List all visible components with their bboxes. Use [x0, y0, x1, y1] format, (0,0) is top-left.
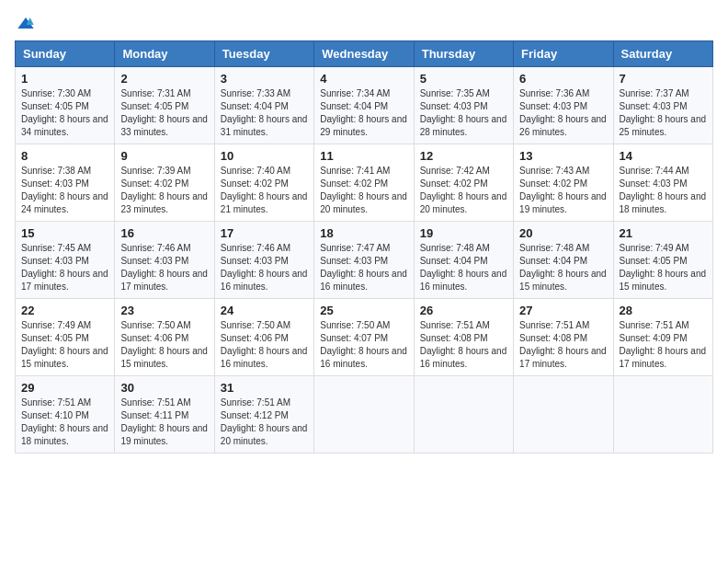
day-info: Sunrise: 7:51 AM Sunset: 4:08 PM Dayligh…: [420, 319, 507, 371]
weekday-header-thursday: Thursday: [414, 41, 513, 67]
weekday-header-wednesday: Wednesday: [314, 41, 414, 67]
day-info: Sunrise: 7:41 AM Sunset: 4:02 PM Dayligh…: [320, 165, 407, 216]
page-header: [15, 15, 713, 33]
day-info: Sunrise: 7:51 AM Sunset: 4:11 PM Dayligh…: [120, 396, 208, 448]
day-number: 13: [519, 149, 607, 163]
day-number: 7: [620, 72, 707, 86]
day-info: Sunrise: 7:49 AM Sunset: 4:05 PM Dayligh…: [21, 319, 108, 371]
calendar-cell: 24 Sunrise: 7:50 AM Sunset: 4:06 PM Dayl…: [214, 299, 313, 376]
day-number: 31: [221, 381, 308, 395]
calendar-cell: [314, 376, 414, 454]
calendar-cell: [613, 376, 712, 454]
day-info: Sunrise: 7:49 AM Sunset: 4:05 PM Dayligh…: [620, 242, 707, 293]
calendar-table: SundayMondayTuesdayWednesdayThursdayFrid…: [15, 40, 713, 454]
day-number: 2: [120, 72, 208, 86]
day-number: 18: [320, 226, 407, 240]
day-number: 1: [21, 72, 108, 86]
day-info: Sunrise: 7:35 AM Sunset: 4:03 PM Dayligh…: [420, 87, 507, 139]
calendar-cell: 19 Sunrise: 7:48 AM Sunset: 4:04 PM Dayl…: [414, 222, 513, 299]
calendar-cell: 18 Sunrise: 7:47 AM Sunset: 4:03 PM Dayl…: [314, 222, 414, 299]
calendar-cell: [414, 376, 513, 454]
day-number: 25: [320, 304, 407, 317]
day-number: 16: [120, 226, 208, 240]
calendar-cell: 5 Sunrise: 7:35 AM Sunset: 4:03 PM Dayli…: [414, 67, 513, 144]
calendar-cell: 1 Sunrise: 7:30 AM Sunset: 4:05 PM Dayli…: [16, 67, 115, 144]
calendar-cell: 12 Sunrise: 7:42 AM Sunset: 4:02 PM Dayl…: [414, 144, 513, 222]
calendar-cell: 3 Sunrise: 7:33 AM Sunset: 4:04 PM Dayli…: [214, 67, 313, 144]
day-info: Sunrise: 7:34 AM Sunset: 4:04 PM Dayligh…: [320, 87, 407, 139]
day-number: 6: [519, 72, 607, 86]
calendar-cell: 25 Sunrise: 7:50 AM Sunset: 4:07 PM Dayl…: [314, 299, 414, 376]
day-info: Sunrise: 7:42 AM Sunset: 4:02 PM Dayligh…: [420, 165, 507, 216]
calendar-cell: 9 Sunrise: 7:39 AM Sunset: 4:02 PM Dayli…: [115, 144, 214, 222]
calendar-cell: 2 Sunrise: 7:31 AM Sunset: 4:05 PM Dayli…: [115, 67, 214, 144]
day-info: Sunrise: 7:51 AM Sunset: 4:12 PM Dayligh…: [221, 396, 308, 448]
day-info: Sunrise: 7:50 AM Sunset: 4:06 PM Dayligh…: [120, 319, 208, 371]
day-number: 11: [320, 149, 407, 163]
day-info: Sunrise: 7:37 AM Sunset: 4:03 PM Dayligh…: [620, 87, 707, 139]
day-info: Sunrise: 7:46 AM Sunset: 4:03 PM Dayligh…: [221, 242, 308, 293]
day-number: 29: [21, 381, 108, 395]
day-number: 22: [21, 304, 108, 317]
day-info: Sunrise: 7:50 AM Sunset: 4:06 PM Dayligh…: [221, 319, 308, 371]
calendar-cell: 17 Sunrise: 7:46 AM Sunset: 4:03 PM Dayl…: [214, 222, 313, 299]
weekday-header-sunday: Sunday: [16, 41, 115, 67]
logo: [15, 15, 35, 33]
day-number: 15: [21, 226, 108, 240]
day-info: Sunrise: 7:36 AM Sunset: 4:03 PM Dayligh…: [519, 87, 607, 139]
calendar-week-row: 15 Sunrise: 7:45 AM Sunset: 4:03 PM Dayl…: [16, 222, 713, 299]
day-info: Sunrise: 7:30 AM Sunset: 4:05 PM Dayligh…: [21, 87, 108, 139]
day-number: 10: [221, 149, 308, 163]
day-info: Sunrise: 7:48 AM Sunset: 4:04 PM Dayligh…: [420, 242, 507, 293]
weekday-header-tuesday: Tuesday: [214, 41, 313, 67]
calendar-week-row: 1 Sunrise: 7:30 AM Sunset: 4:05 PM Dayli…: [16, 67, 713, 144]
day-info: Sunrise: 7:39 AM Sunset: 4:02 PM Dayligh…: [120, 165, 208, 216]
day-number: 12: [420, 149, 507, 163]
calendar-cell: 11 Sunrise: 7:41 AM Sunset: 4:02 PM Dayl…: [314, 144, 414, 222]
calendar-cell: 6 Sunrise: 7:36 AM Sunset: 4:03 PM Dayli…: [514, 67, 613, 144]
day-number: 5: [420, 72, 507, 86]
calendar-cell: 8 Sunrise: 7:38 AM Sunset: 4:03 PM Dayli…: [16, 144, 115, 222]
calendar-cell: 7 Sunrise: 7:37 AM Sunset: 4:03 PM Dayli…: [613, 67, 712, 144]
day-number: 4: [320, 72, 407, 86]
calendar-week-row: 8 Sunrise: 7:38 AM Sunset: 4:03 PM Dayli…: [16, 144, 713, 222]
day-number: 28: [620, 304, 707, 317]
day-info: Sunrise: 7:47 AM Sunset: 4:03 PM Dayligh…: [320, 242, 407, 293]
weekday-header-monday: Monday: [115, 41, 214, 67]
day-info: Sunrise: 7:48 AM Sunset: 4:04 PM Dayligh…: [519, 242, 607, 293]
weekday-header-friday: Friday: [514, 41, 613, 67]
day-number: 17: [221, 226, 308, 240]
calendar-cell: 10 Sunrise: 7:40 AM Sunset: 4:02 PM Dayl…: [214, 144, 313, 222]
calendar-cell: 20 Sunrise: 7:48 AM Sunset: 4:04 PM Dayl…: [514, 222, 613, 299]
day-number: 14: [620, 149, 707, 163]
day-info: Sunrise: 7:51 AM Sunset: 4:10 PM Dayligh…: [21, 396, 108, 448]
calendar-cell: 21 Sunrise: 7:49 AM Sunset: 4:05 PM Dayl…: [613, 222, 712, 299]
calendar-cell: 13 Sunrise: 7:43 AM Sunset: 4:02 PM Dayl…: [514, 144, 613, 222]
day-info: Sunrise: 7:40 AM Sunset: 4:02 PM Dayligh…: [221, 165, 308, 216]
calendar-week-row: 29 Sunrise: 7:51 AM Sunset: 4:10 PM Dayl…: [16, 376, 713, 454]
calendar-week-row: 22 Sunrise: 7:49 AM Sunset: 4:05 PM Dayl…: [16, 299, 713, 376]
calendar-cell: 14 Sunrise: 7:44 AM Sunset: 4:03 PM Dayl…: [613, 144, 712, 222]
day-number: 24: [221, 304, 308, 317]
day-info: Sunrise: 7:33 AM Sunset: 4:04 PM Dayligh…: [221, 87, 308, 139]
weekday-header-saturday: Saturday: [613, 41, 712, 67]
day-info: Sunrise: 7:46 AM Sunset: 4:03 PM Dayligh…: [120, 242, 208, 293]
day-info: Sunrise: 7:51 AM Sunset: 4:08 PM Dayligh…: [519, 319, 607, 371]
day-info: Sunrise: 7:44 AM Sunset: 4:03 PM Dayligh…: [620, 165, 707, 216]
day-info: Sunrise: 7:51 AM Sunset: 4:09 PM Dayligh…: [620, 319, 707, 371]
calendar-header-row: SundayMondayTuesdayWednesdayThursdayFrid…: [16, 41, 713, 67]
day-number: 9: [120, 149, 208, 163]
day-number: 20: [519, 226, 607, 240]
calendar-cell: 4 Sunrise: 7:34 AM Sunset: 4:04 PM Dayli…: [314, 67, 414, 144]
day-info: Sunrise: 7:31 AM Sunset: 4:05 PM Dayligh…: [120, 87, 208, 139]
calendar-cell: 22 Sunrise: 7:49 AM Sunset: 4:05 PM Dayl…: [16, 299, 115, 376]
calendar-cell: 28 Sunrise: 7:51 AM Sunset: 4:09 PM Dayl…: [613, 299, 712, 376]
calendar-cell: 31 Sunrise: 7:51 AM Sunset: 4:12 PM Dayl…: [214, 376, 313, 454]
day-info: Sunrise: 7:38 AM Sunset: 4:03 PM Dayligh…: [21, 165, 108, 216]
logo-icon: [17, 15, 35, 33]
calendar-cell: 15 Sunrise: 7:45 AM Sunset: 4:03 PM Dayl…: [16, 222, 115, 299]
day-number: 19: [420, 226, 507, 240]
day-number: 30: [120, 381, 208, 395]
day-number: 26: [420, 304, 507, 317]
calendar-cell: 23 Sunrise: 7:50 AM Sunset: 4:06 PM Dayl…: [115, 299, 214, 376]
